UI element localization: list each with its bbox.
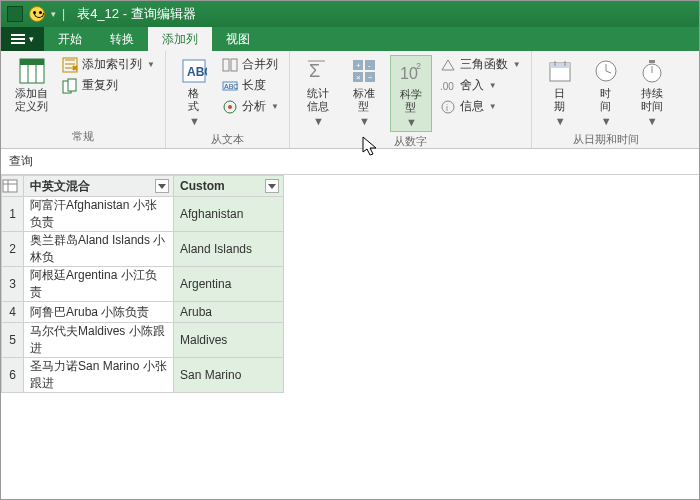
svg-text:2: 2 xyxy=(416,61,421,71)
length-icon: ABC xyxy=(222,78,238,94)
svg-text:Σ: Σ xyxy=(309,61,320,81)
time-label: 时 间 xyxy=(600,87,611,113)
chevron-down-icon: ▼ xyxy=(271,102,279,111)
chevron-down-icon: ▼ xyxy=(555,115,566,128)
statistics-label: 统计 信息 xyxy=(307,87,329,113)
chevron-down-icon: ▼ xyxy=(489,81,497,90)
svg-rect-0 xyxy=(11,34,25,36)
clock-icon xyxy=(592,57,620,85)
date-button[interactable]: 日 期▼ xyxy=(540,55,580,130)
duplicate-label: 重复列 xyxy=(82,77,118,94)
ribbon: 添加自 定义列 添加索引列▼ 重复列 常规 ABC 格 式▼ xyxy=(1,51,699,149)
info-icon: i xyxy=(440,99,456,115)
file-tab[interactable]: ▾ xyxy=(1,27,44,51)
cell-custom[interactable]: Aruba xyxy=(174,302,284,323)
row-number[interactable]: 3 xyxy=(2,267,24,302)
merge-columns-button[interactable]: 合并列 xyxy=(220,55,281,74)
sigma-icon: Σ xyxy=(304,57,332,85)
table-icon xyxy=(18,57,46,85)
analyze-label: 分析 xyxy=(242,98,266,115)
duplicate-column-button[interactable]: 重复列 xyxy=(60,76,157,95)
cell-custom[interactable]: Aland Islands xyxy=(174,232,284,267)
index-icon xyxy=(62,57,78,73)
cell-custom[interactable]: Afghanistan xyxy=(174,197,284,232)
svg-rect-1 xyxy=(11,38,25,40)
chevron-down-icon: ▼ xyxy=(359,115,370,128)
table-row[interactable]: 6 圣马力诺San Marino 小张跟进 San Marino xyxy=(2,358,284,393)
add-custom-column-label: 添加自 定义列 xyxy=(15,87,48,113)
merge-label: 合并列 xyxy=(242,56,278,73)
title-bar: ▾ | 表4_12 - 查询编辑器 xyxy=(1,1,699,27)
add-custom-column-button[interactable]: 添加自 定义列 xyxy=(9,55,54,115)
format-button[interactable]: ABC 格 式▼ xyxy=(174,55,214,130)
cell-mixed[interactable]: 阿鲁巴Aruba 小陈负责 xyxy=(24,302,174,323)
exponent-icon: 102 xyxy=(397,58,425,86)
svg-rect-43 xyxy=(3,180,17,192)
svg-text:÷: ÷ xyxy=(368,73,373,82)
group-datetime: 日 期▼ 时 间▼ 持续 时间▼ 从日期和时间 xyxy=(532,51,680,148)
row-number[interactable]: 2 xyxy=(2,232,24,267)
add-index-label: 添加索引列 xyxy=(82,56,142,73)
qat-dropdown-icon[interactable]: ▾ xyxy=(51,9,56,19)
standard-button[interactable]: +-×÷ 标准 型▼ xyxy=(344,55,384,130)
tab-transform[interactable]: 转换 xyxy=(96,27,148,51)
table-row[interactable]: 1 阿富汗Afghanistan 小张负责 Afghanistan xyxy=(2,197,284,232)
grid-corner[interactable] xyxy=(2,176,24,197)
time-button[interactable]: 时 间▼ xyxy=(586,55,626,130)
svg-point-17 xyxy=(228,105,232,109)
table-row[interactable]: 4 阿鲁巴Aruba 小陈负责 Aruba xyxy=(2,302,284,323)
add-index-column-button[interactable]: 添加索引列▼ xyxy=(60,55,157,74)
table-row[interactable]: 2 奥兰群岛Aland Islands 小林负 Aland Islands xyxy=(2,232,284,267)
cell-custom[interactable]: Argentina xyxy=(174,267,284,302)
duplicate-icon xyxy=(62,78,78,94)
cell-mixed[interactable]: 奥兰群岛Aland Islands 小林负 xyxy=(24,232,174,267)
operators-icon: +-×÷ xyxy=(350,57,378,85)
scientific-button[interactable]: 102 科学 型▼ xyxy=(390,55,432,132)
filter-dropdown-icon[interactable] xyxy=(155,179,169,193)
table-row[interactable]: 5 马尔代夫Maldives 小陈跟进 Maldives xyxy=(2,323,284,358)
svg-rect-4 xyxy=(20,59,44,65)
column-header-custom-label: Custom xyxy=(180,179,225,193)
tab-view[interactable]: 视图 xyxy=(212,27,264,51)
table-row[interactable]: 3 阿根廷Argentina 小江负责 Argentina xyxy=(2,267,284,302)
rounding-button[interactable]: .00 舍入▼ xyxy=(438,76,523,95)
statistics-button[interactable]: Σ 统计 信息▼ xyxy=(298,55,338,130)
cell-mixed[interactable]: 阿富汗Afghanistan 小张负责 xyxy=(24,197,174,232)
trig-label: 三角函数 xyxy=(460,56,508,73)
row-number[interactable]: 4 xyxy=(2,302,24,323)
group-datetime-label: 从日期和时间 xyxy=(540,130,672,149)
table-icon xyxy=(2,179,18,193)
cell-custom[interactable]: San Marino xyxy=(174,358,284,393)
round-icon: .00 xyxy=(440,78,456,94)
chevron-down-icon: ▼ xyxy=(489,102,497,111)
column-header-mixed[interactable]: 中英文混合 xyxy=(24,176,174,197)
group-general-label: 常规 xyxy=(9,127,157,146)
duration-label: 持续 时间 xyxy=(641,87,663,113)
smile-icon[interactable] xyxy=(29,6,45,22)
filter-dropdown-icon[interactable] xyxy=(265,179,279,193)
query-pane-label: 查询 xyxy=(1,149,699,174)
row-number[interactable]: 1 xyxy=(2,197,24,232)
analyze-icon xyxy=(222,99,238,115)
data-grid[interactable]: 中英文混合 Custom 1 阿富汗Afghanistan 小张负责 Afgha… xyxy=(1,174,699,393)
info-button[interactable]: i 信息▼ xyxy=(438,97,523,116)
row-number[interactable]: 5 xyxy=(2,323,24,358)
column-header-custom[interactable]: Custom xyxy=(174,176,284,197)
cell-mixed[interactable]: 圣马力诺San Marino 小张跟进 xyxy=(24,358,174,393)
cell-mixed[interactable]: 阿根廷Argentina 小江负责 xyxy=(24,267,174,302)
trigonometry-button[interactable]: 三角函数▼ xyxy=(438,55,523,74)
group-general: 添加自 定义列 添加索引列▼ 重复列 常规 xyxy=(1,51,166,148)
length-button[interactable]: ABC 长度 xyxy=(220,76,281,95)
chevron-down-icon: ▼ xyxy=(406,116,417,129)
tab-start[interactable]: 开始 xyxy=(44,27,96,51)
scientific-label: 科学 型 xyxy=(400,88,422,114)
duration-button[interactable]: 持续 时间▼ xyxy=(632,55,672,130)
cell-mixed[interactable]: 马尔代夫Maldives 小陈跟进 xyxy=(24,323,174,358)
row-number[interactable]: 6 xyxy=(2,358,24,393)
analyze-button[interactable]: 分析▼ xyxy=(220,97,281,116)
svg-rect-41 xyxy=(649,60,655,63)
group-text-label: 从文本 xyxy=(174,130,281,149)
tab-add-column[interactable]: 添加列 xyxy=(148,27,212,51)
cell-custom[interactable]: Maldives xyxy=(174,323,284,358)
format-label: 格 式 xyxy=(188,87,199,113)
